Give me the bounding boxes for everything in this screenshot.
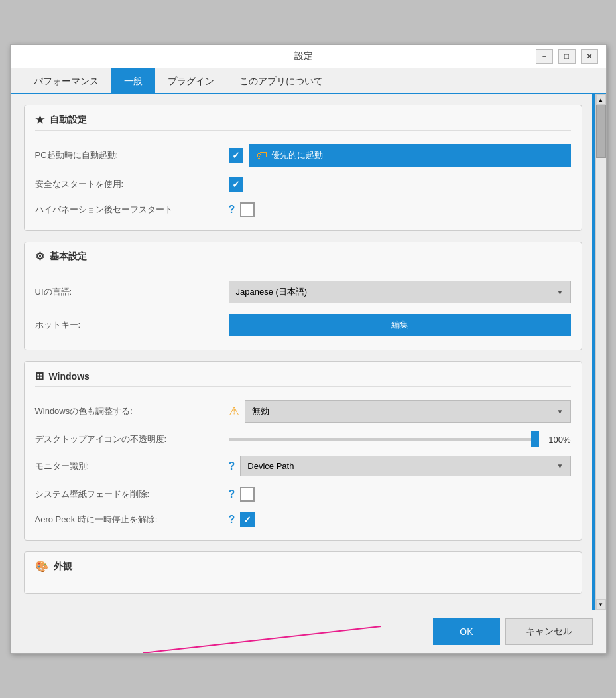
scrollbar-thumb[interactable]: [596, 105, 606, 158]
windows-color-value: 無効: [252, 405, 269, 417]
titlebar: 設定 － □ ✕: [11, 45, 606, 68]
warning-icon: ⚠: [229, 404, 239, 419]
appearance-title: 外観: [54, 561, 72, 573]
monitor-help-icon[interactable]: ?: [229, 460, 235, 472]
main-area: ★ 自動設定 PC起動時に自動起動: ✓ 🏷 優先的に起動: [11, 94, 606, 610]
priority-label: 優先的に起動: [271, 149, 323, 161]
safe-start-controls: ✓: [229, 177, 571, 192]
scrollbar[interactable]: ▲ ▼: [595, 94, 606, 610]
star-icon: ★: [35, 113, 44, 126]
opacity-slider-thumb[interactable]: [531, 431, 539, 447]
titlebar-controls: － □ ✕: [536, 49, 598, 64]
windows-icon: ⊞: [35, 370, 44, 382]
auto-start-label: PC起動時に自動起動:: [35, 149, 221, 161]
checkmark-icon2: ✓: [232, 179, 240, 190]
edit-hotkey-button[interactable]: 編集: [229, 314, 571, 336]
opacity-value: 100%: [544, 435, 571, 445]
safe-start-row: 安全なスタートを使用: ✓: [35, 172, 571, 197]
monitor-id-value: Device Path: [247, 461, 294, 471]
windows-color-arrow: ▼: [557, 408, 564, 415]
auto-settings-header: ★ 自動設定: [35, 113, 571, 131]
aero-peek-checkmark: ✓: [243, 514, 251, 525]
auto-start-controls: ✓ 🏷 優先的に起動: [229, 144, 571, 167]
palette-icon: 🎨: [35, 560, 48, 573]
scrollbar-down-button[interactable]: ▼: [596, 599, 606, 610]
scrollbar-body: [596, 105, 606, 599]
cancel-button[interactable]: キャンセル: [505, 618, 593, 645]
windows-color-controls: ⚠ 無効 ▼: [229, 400, 571, 423]
basic-settings-header: ⚙ 基本設定: [35, 250, 571, 267]
hibernate-row: ハイバネーション後セーフスタート ?: [35, 197, 571, 222]
wallpaper-fade-checkbox[interactable]: [240, 487, 255, 502]
hibernate-checkbox[interactable]: [240, 202, 255, 217]
tab-plugins[interactable]: プラグイン: [155, 68, 227, 94]
aero-peek-label: Aero Peek 時に一時停止を解除:: [35, 514, 221, 525]
auto-settings-title: 自動設定: [50, 114, 87, 126]
minimize-button[interactable]: －: [536, 49, 553, 64]
hibernate-label: ハイバネーション後セーフスタート: [35, 204, 221, 216]
icon-opacity-label: デスクトップアイコンの不透明度:: [35, 433, 221, 445]
wallpaper-fade-controls: ?: [229, 487, 571, 502]
tab-performance[interactable]: パフォーマンス: [21, 68, 111, 94]
window-title: 設定: [72, 50, 536, 62]
language-controls: Japanese (日本語) ▼: [229, 281, 571, 303]
monitor-id-label: モニター識別:: [35, 460, 221, 472]
language-value: Japanese (日本語): [236, 286, 308, 298]
svg-line-0: [143, 626, 381, 653]
monitor-id-select[interactable]: Device Path ▼: [240, 456, 570, 476]
auto-settings-section: ★ 自動設定 PC起動時に自動起動: ✓ 🏷 優先的に起動: [24, 105, 582, 231]
gear-icon: ⚙: [35, 250, 44, 263]
language-row: UIの言語: Japanese (日本語) ▼: [35, 275, 571, 309]
monitor-id-row: モニター識別: ? Device Path ▼: [35, 451, 571, 482]
icon-opacity-controls: 100%: [229, 435, 571, 445]
checkmark-icon: ✓: [232, 150, 240, 161]
aero-peek-help-icon[interactable]: ?: [229, 514, 235, 525]
tab-bar: パフォーマンス 一般 プラグイン このアプリについて: [11, 68, 606, 94]
footer: OK キャンセル: [11, 610, 606, 653]
windows-section: ⊞ Windows Windowsの色も調整する: ⚠ 無効 ▼: [24, 361, 582, 541]
icon-opacity-row: デスクトップアイコンの不透明度: 100%: [35, 428, 571, 451]
settings-window: 設定 － □ ✕ パフォーマンス 一般 プラグイン このアプリについて ★ 自動…: [10, 44, 607, 654]
wallpaper-help-icon[interactable]: ?: [229, 488, 235, 500]
windows-title: Windows: [49, 371, 90, 382]
aero-peek-checkbox[interactable]: ✓: [240, 512, 255, 527]
close-button[interactable]: ✕: [581, 49, 598, 64]
aero-peek-controls: ? ✓: [229, 512, 571, 527]
language-label: UIの言語:: [35, 286, 221, 298]
safe-start-checkbox[interactable]: ✓: [229, 177, 243, 192]
wallpaper-fade-label: システム壁紙フェードを削除:: [35, 488, 221, 500]
language-select[interactable]: Japanese (日本語) ▼: [229, 281, 571, 303]
basic-settings-section: ⚙ 基本設定 UIの言語: Japanese (日本語) ▼ ホットキー:: [24, 242, 582, 350]
maximize-button[interactable]: □: [558, 49, 576, 64]
hibernate-controls: ?: [229, 202, 571, 217]
windows-color-label: Windowsの色も調整する:: [35, 405, 221, 417]
auto-start-checkbox[interactable]: ✓: [229, 148, 243, 163]
opacity-slider-fill: [229, 438, 539, 441]
tab-about[interactable]: このアプリについて: [227, 68, 336, 94]
hibernate-help-icon[interactable]: ?: [229, 204, 235, 216]
hotkey-label: ホットキー:: [35, 319, 221, 331]
tab-general[interactable]: 一般: [111, 68, 155, 94]
wallpaper-fade-row: システム壁紙フェードを削除: ?: [35, 482, 571, 507]
hotkey-row: ホットキー: 編集: [35, 309, 571, 342]
hotkey-controls: 編集: [229, 314, 571, 336]
monitor-id-arrow: ▼: [557, 462, 564, 470]
safe-start-label: 安全なスタートを使用:: [35, 178, 221, 190]
appearance-section: 🎨 外観: [24, 551, 582, 594]
opacity-slider-container: [229, 438, 539, 441]
blue-accent-bar: [592, 94, 595, 610]
windows-color-select[interactable]: 無効 ▼: [245, 400, 571, 423]
priority-button[interactable]: 🏷 優先的に起動: [249, 144, 571, 167]
basic-settings-title: 基本設定: [50, 251, 87, 263]
language-dropdown-arrow: ▼: [557, 289, 564, 296]
monitor-id-controls: ? Device Path ▼: [229, 456, 571, 476]
auto-start-row: PC起動時に自動起動: ✓ 🏷 優先的に起動: [35, 139, 571, 172]
opacity-slider-track: [229, 438, 539, 441]
scrollbar-up-button[interactable]: ▲: [596, 94, 606, 105]
priority-icon: 🏷: [257, 149, 267, 161]
aero-peek-row: Aero Peek 時に一時停止を解除: ? ✓: [35, 507, 571, 532]
main-content: ★ 自動設定 PC起動時に自動起動: ✓ 🏷 優先的に起動: [11, 94, 595, 610]
windows-header: ⊞ Windows: [35, 370, 571, 387]
windows-color-row: Windowsの色も調整する: ⚠ 無効 ▼: [35, 395, 571, 428]
ok-button[interactable]: OK: [433, 618, 499, 645]
